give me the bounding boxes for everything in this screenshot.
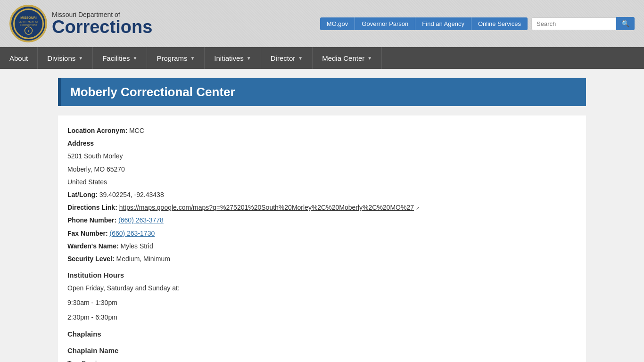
info-section: Location Acronym: MCC Address 5201 South… xyxy=(58,115,586,362)
location-acronym-value: MCC xyxy=(129,127,144,134)
main-nav: About Divisions ▼ Facilities ▼ Programs … xyxy=(0,47,644,69)
hours-time1: 9:30am - 1:30pm xyxy=(67,299,117,306)
nav-label-programs: Programs xyxy=(157,54,187,62)
nav-arrow-divisions: ▼ xyxy=(78,56,83,61)
nav-arrow-initiatives: ▼ xyxy=(247,56,251,61)
top-nav: MO.gov Governor Parson Find an Agency On… xyxy=(320,17,635,30)
phone-row: Phone Number: (660) 263-3778 xyxy=(67,214,577,226)
fax-row: Fax Number: (660) 263-1730 xyxy=(67,228,577,239)
nav-item-media-center[interactable]: Media Center ▼ xyxy=(313,47,382,69)
chaplain-name-value: Tom Brack xyxy=(67,360,99,362)
hours-time2-row: 2:30pm - 6:30pm xyxy=(67,312,577,323)
address-line2: Moberly, MO 65270 xyxy=(67,165,125,173)
nav-item-director[interactable]: Director ▼ xyxy=(261,47,313,69)
address-label: Address xyxy=(67,140,94,147)
hours-time1-row: 9:30am - 1:30pm xyxy=(67,297,577,309)
nav-item-programs[interactable]: Programs ▼ xyxy=(147,47,205,69)
nav-label-media-center: Media Center xyxy=(322,54,364,62)
nav-item-facilities[interactable]: Facilities ▼ xyxy=(93,47,147,69)
chaplain-name-heading: Chaplain Name xyxy=(67,344,577,357)
svg-text:DEPARTMENT OF: DEPARTMENT OF xyxy=(18,20,38,23)
topnav-governor[interactable]: Governor Parson xyxy=(355,17,415,30)
directions-row: Directions Link: https://maps.google.com… xyxy=(67,202,577,214)
logo-name: Corrections xyxy=(52,18,152,36)
hours-line1-row: Open Friday, Saturday and Sunday at: xyxy=(67,282,577,294)
topnav-find-agency[interactable]: Find an Agency xyxy=(415,17,471,30)
chaplains-heading: Chaplains xyxy=(67,328,577,340)
top-bar: MISSOURI DEPARTMENT OF CORRECTIONS ★ Mis… xyxy=(0,0,644,47)
logo-badge: MISSOURI DEPARTMENT OF CORRECTIONS ★ xyxy=(9,5,47,42)
svg-text:CORRECTIONS: CORRECTIONS xyxy=(20,24,38,26)
location-acronym-row: Location Acronym: MCC xyxy=(67,125,577,137)
page-content: Moberly Correctional Center Location Acr… xyxy=(51,78,593,362)
topnav-online-services[interactable]: Online Services xyxy=(471,17,528,30)
address-line1: 5201 South Morley xyxy=(67,152,123,160)
svg-text:MISSOURI: MISSOURI xyxy=(20,16,37,19)
address-line3-row: United States xyxy=(67,176,577,188)
address-line1-row: 5201 South Morley xyxy=(67,150,577,162)
address-row: Address xyxy=(67,138,577,149)
nav-arrow-media-center: ▼ xyxy=(367,56,372,61)
phone-label: Phone Number: xyxy=(67,216,116,224)
latlong-row: Lat/Long: 39.402254, -92.43438 xyxy=(67,189,577,201)
security-value: Medium, Minimum xyxy=(116,255,170,263)
address-line3: United States xyxy=(67,178,107,186)
logo-text: Missouri Department of Corrections xyxy=(52,11,152,36)
nav-item-about[interactable]: About xyxy=(0,47,38,69)
page-title: Moberly Correctional Center xyxy=(70,85,577,99)
hours-time2: 2:30pm - 6:30pm xyxy=(67,313,117,321)
nav-item-divisions[interactable]: Divisions ▼ xyxy=(38,47,93,69)
external-link-icon: ↗ xyxy=(416,206,420,211)
fax-link[interactable]: (660) 263-1730 xyxy=(109,230,155,237)
warden-value: Myles Strid xyxy=(121,242,153,250)
fax-label: Fax Number: xyxy=(67,230,108,237)
logo-area: MISSOURI DEPARTMENT OF CORRECTIONS ★ Mis… xyxy=(9,5,152,42)
location-acronym-label: Location Acronym: xyxy=(67,127,127,134)
nav-label-divisions: Divisions xyxy=(47,54,75,62)
nav-label-facilities: Facilities xyxy=(102,54,130,62)
nav-arrow-facilities: ▼ xyxy=(132,56,137,61)
nav-label-director: Director xyxy=(271,54,296,62)
nav-item-initiatives[interactable]: Initiatives ▼ xyxy=(205,47,261,69)
search-box: 🔍 xyxy=(531,17,635,30)
nav-arrow-director: ▼ xyxy=(298,56,303,61)
directions-link[interactable]: https://maps.google.com/maps?q=%275201%2… xyxy=(119,204,414,211)
warden-row: Warden's Name: Myles Strid xyxy=(67,240,577,252)
svg-text:★: ★ xyxy=(27,30,30,33)
security-row: Security Level: Medium, Minimum xyxy=(67,253,577,265)
phone-link[interactable]: (660) 263-3778 xyxy=(118,216,164,224)
search-input[interactable] xyxy=(531,17,616,30)
institution-hours-heading: Institution Hours xyxy=(67,269,577,281)
nav-label-initiatives: Initiatives xyxy=(214,54,244,62)
hours-line1: Open Friday, Saturday and Sunday at: xyxy=(67,284,180,292)
nav-label-about: About xyxy=(9,54,28,62)
chaplain-name-row: Tom Brack xyxy=(67,358,577,362)
search-button[interactable]: 🔍 xyxy=(616,17,635,30)
directions-label: Directions Link: xyxy=(67,204,117,211)
warden-label: Warden's Name: xyxy=(67,242,119,250)
latlong-label: Lat/Long: xyxy=(67,191,98,198)
topnav-mogov[interactable]: MO.gov xyxy=(320,17,355,30)
address-line2-row: Moberly, MO 65270 xyxy=(67,164,577,175)
page-title-bar: Moberly Correctional Center xyxy=(58,78,586,106)
security-label: Security Level: xyxy=(67,255,115,263)
nav-arrow-programs: ▼ xyxy=(190,56,195,61)
latlong-value: 39.402254, -92.43438 xyxy=(99,191,164,198)
